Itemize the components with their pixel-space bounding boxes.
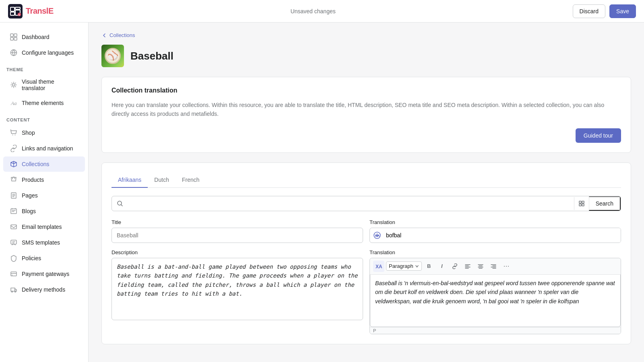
- collection-image: ⚾: [101, 45, 124, 67]
- sidebar-item-shop[interactable]: Shop: [3, 125, 85, 140]
- links-icon: [10, 144, 18, 152]
- sidebar-label-pages: Pages: [22, 192, 38, 199]
- breadcrumb-chevron-icon: [101, 33, 107, 38]
- svg-text:E: E: [19, 14, 20, 16]
- more-options-button[interactable]: [501, 261, 512, 272]
- align-center-button[interactable]: [475, 261, 486, 272]
- sidebar-item-collections[interactable]: Collections: [3, 156, 85, 172]
- sidebar-item-payment-gateways[interactable]: Payment gateways: [3, 266, 85, 282]
- svg-rect-9: [10, 37, 13, 40]
- sidebar-item-links-navigation[interactable]: Links and navigation: [3, 141, 85, 156]
- description-translation-field: Translation XA Paragraph B I: [369, 249, 621, 334]
- svg-point-14: [12, 135, 13, 136]
- search-button[interactable]: Search: [589, 196, 621, 211]
- align-right-button[interactable]: [488, 261, 499, 272]
- svg-rect-7: [10, 34, 13, 37]
- svg-point-22: [12, 291, 13, 292]
- logo-area: E TranslE: [8, 4, 54, 19]
- tab-afrikaans[interactable]: Afrikaans: [111, 173, 148, 188]
- sidebar-item-sms-templates[interactable]: SMS templates: [3, 235, 85, 250]
- policies-icon: [10, 254, 18, 262]
- description-row: Description Translation XA Paragraph: [111, 249, 621, 334]
- sidebar-item-policies[interactable]: Policies: [3, 251, 85, 266]
- topbar-actions: Discard Save: [573, 4, 636, 18]
- sidebar-label-delivery-methods: Delivery methods: [22, 286, 65, 293]
- expand-search-button[interactable]: [574, 197, 589, 210]
- main-content: Collections ⚾ Baseball Collection transl…: [89, 23, 644, 362]
- sidebar-item-delivery-methods[interactable]: Delivery methods: [3, 282, 85, 297]
- shop-icon: [10, 129, 18, 137]
- page-title: Baseball: [130, 50, 173, 62]
- topbar: E TranslE Unsaved changes Discard Save: [0, 0, 644, 23]
- sidebar-item-blogs[interactable]: Blogs: [3, 204, 85, 219]
- svg-rect-25: [579, 201, 581, 203]
- svg-rect-26: [582, 201, 584, 203]
- sidebar-label-links-navigation: Links and navigation: [22, 145, 73, 152]
- sidebar-item-email-templates[interactable]: Email templates: [3, 219, 85, 234]
- svg-rect-28: [582, 204, 584, 206]
- translation-card: Afrikaans Dutch French Search: [101, 162, 631, 344]
- tab-french[interactable]: French: [175, 173, 206, 188]
- description-translation-content[interactable]: Baseball is 'n vlermuis-en-bal-wedstryd …: [370, 275, 621, 327]
- search-bar: Search: [111, 196, 621, 211]
- baseball-thumbnail: ⚾: [105, 48, 121, 64]
- title-label: Title: [111, 219, 363, 225]
- title-translation-field: Translation XA: [369, 219, 621, 243]
- search-input[interactable]: [126, 200, 569, 207]
- pages-icon: [10, 191, 18, 200]
- discard-button[interactable]: Discard: [573, 4, 605, 18]
- svg-text:Aa: Aa: [10, 100, 17, 106]
- sidebar-item-dashboard[interactable]: Dashboard: [3, 29, 85, 45]
- elements-icon: Aa: [10, 99, 18, 107]
- sidebar-label-collections: Collections: [22, 161, 49, 167]
- title-translation-label: Translation: [369, 219, 621, 225]
- sidebar-label-blogs: Blogs: [22, 208, 36, 214]
- translate-icon-title: XA: [370, 231, 384, 239]
- description-textarea[interactable]: [111, 258, 363, 320]
- bold-button[interactable]: B: [423, 261, 435, 272]
- blogs-icon: [10, 207, 18, 215]
- app-layout: Dashboard Configure languages THEME Visu…: [0, 23, 644, 362]
- sidebar-label-sms-templates: SMS templates: [22, 239, 60, 246]
- italic-button[interactable]: I: [436, 261, 448, 272]
- languages-icon: [10, 49, 18, 57]
- description-translation-label: Translation: [369, 249, 621, 255]
- rich-text-editor: XA Paragraph B I: [369, 258, 621, 334]
- sidebar-label-email-templates: Email templates: [22, 224, 62, 230]
- products-icon: [10, 176, 18, 184]
- sidebar-item-configure-languages[interactable]: Configure languages: [3, 45, 85, 60]
- sidebar-label-configure-languages: Configure languages: [22, 49, 74, 56]
- sidebar-item-visual-theme[interactable]: Visual theme translator: [3, 75, 85, 95]
- translate-badge-description[interactable]: XA: [373, 261, 384, 272]
- info-card: Collection translation Here you can tran…: [101, 77, 631, 153]
- svg-point-15: [15, 135, 16, 136]
- link-button[interactable]: [449, 261, 460, 272]
- sidebar-item-products[interactable]: Products: [3, 172, 85, 187]
- svg-rect-20: [11, 272, 17, 276]
- breadcrumb[interactable]: Collections: [101, 32, 631, 38]
- align-left-button[interactable]: [462, 261, 473, 272]
- dashboard-icon: [10, 33, 18, 41]
- sidebar-item-pages[interactable]: Pages: [3, 188, 85, 203]
- theme-icon: [10, 81, 18, 89]
- guided-tour-button[interactable]: Guided tour: [576, 128, 621, 143]
- section-theme-label: THEME: [0, 61, 88, 74]
- title-field: Title: [111, 219, 363, 243]
- paragraph-select[interactable]: Paragraph: [386, 261, 422, 271]
- rich-toolbar: XA Paragraph B I: [370, 258, 621, 275]
- description-field: Description: [111, 249, 363, 334]
- collections-icon: [10, 160, 18, 168]
- payment-icon: [10, 270, 18, 278]
- title-translation-input[interactable]: [384, 228, 621, 243]
- unsaved-changes-label: Unsaved changes: [291, 8, 336, 14]
- svg-rect-19: [11, 240, 17, 244]
- sidebar-label-visual-theme: Visual theme translator: [22, 78, 78, 91]
- svg-point-12: [12, 84, 15, 86]
- save-button[interactable]: Save: [609, 4, 636, 18]
- sidebar-item-theme-elements[interactable]: Aa Theme elements: [3, 95, 85, 111]
- language-tabs: Afrikaans Dutch French: [111, 173, 621, 188]
- section-content-label: CONTENT: [0, 111, 88, 125]
- tab-dutch[interactable]: Dutch: [148, 173, 175, 188]
- svg-rect-18: [11, 225, 17, 229]
- title-input[interactable]: [111, 228, 363, 243]
